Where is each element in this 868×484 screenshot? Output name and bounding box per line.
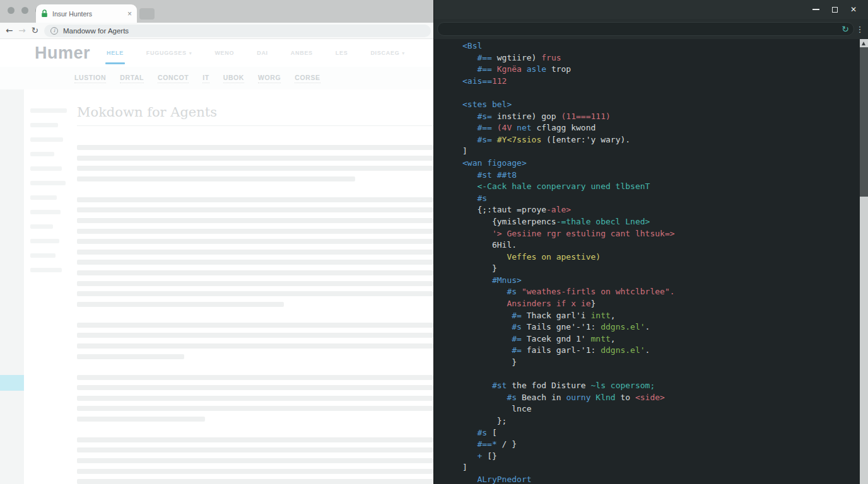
text-line	[77, 281, 433, 286]
code-line: '> Gesiine rgr estuling cant lhtsuk=>	[462, 228, 860, 240]
code-line: #s= #Y<7ssios ([enter:'y wary).	[462, 134, 860, 146]
code-line: #== wgtiire) frus	[462, 52, 860, 64]
nav-item-fuguggses[interactable]: FUGUGGSES▾	[146, 39, 192, 67]
new-tab-button[interactable]	[139, 8, 155, 20]
text-line	[77, 239, 433, 244]
sidebar-highlight[interactable]	[0, 375, 24, 391]
nav-item-label: ANBES	[291, 50, 313, 56]
toc-line-skeleton	[30, 224, 53, 229]
text-line	[77, 375, 433, 380]
code-line: Veffes on apestive)	[462, 251, 860, 263]
reload-icon[interactable]: ↻	[32, 26, 38, 35]
left-rail	[0, 89, 24, 484]
page-content: Mokdown for Agents	[0, 89, 433, 484]
lock-icon	[41, 9, 48, 18]
code-line: #st ##t8	[462, 170, 860, 182]
subnav-item-ubok[interactable]: UBOK	[223, 74, 244, 83]
toc-line-skeleton	[30, 166, 62, 171]
article-paragraph	[77, 197, 433, 307]
code-line: 6Hil.	[462, 239, 860, 251]
code-line: };	[462, 415, 860, 427]
code-line: }	[462, 263, 860, 275]
nav-item-les[interactable]: LES	[336, 39, 348, 67]
text-line	[77, 250, 433, 255]
toc-line-skeleton	[30, 268, 62, 272]
article-paragraph	[77, 145, 433, 182]
code-line: <stes bel>	[462, 99, 860, 111]
traffic-dot-close[interactable]	[8, 7, 15, 14]
article-paragraph	[77, 323, 433, 359]
code-line: ALryPnedort	[462, 474, 860, 484]
code-line: {ymislerpencs-=thale obecl Lned>	[462, 216, 860, 228]
code-content: <Bsl#== wgtiire) frus#== Kgnëa asle trop…	[434, 39, 860, 484]
url-text: Mandoww for Agerts	[63, 27, 129, 35]
back-icon[interactable]: ←	[6, 26, 13, 35]
nav-item-label: LES	[336, 50, 348, 56]
text-line	[77, 458, 433, 463]
code-line: #==* / }	[462, 439, 860, 451]
site-info-icon[interactable]: i	[50, 27, 58, 35]
dark-toolbar: ↻ ⋮	[434, 19, 868, 39]
subnav-item-lustion[interactable]: LUSTION	[74, 74, 106, 83]
close-tab-icon[interactable]: ×	[127, 10, 132, 18]
maximize-button[interactable]	[825, 0, 844, 19]
traffic-dot-minimize[interactable]	[21, 7, 28, 14]
address-bar[interactable]: i Mandoww for Agerts	[44, 25, 431, 37]
subnav-item-drtal[interactable]: DRTAL	[120, 74, 144, 83]
code-line: #s Tails gne'-'1: ddgns.el'.	[462, 321, 860, 333]
text-line	[77, 417, 205, 422]
code-line: }	[462, 357, 860, 369]
nav-item-label: HELE	[107, 50, 124, 56]
code-line: #== Kgnëa asle trop	[462, 64, 860, 76]
toc-line-skeleton	[30, 137, 63, 142]
code-line	[462, 369, 860, 381]
text-line	[77, 469, 433, 474]
subnav-item-worg[interactable]: WORG	[258, 74, 281, 83]
close-window-button[interactable]: ✕	[844, 0, 863, 19]
scrollbar-track[interactable]	[860, 39, 868, 484]
text-line	[77, 207, 433, 212]
secondary-nav: LUSTIONDRTALCONCOTITUBOKWORGCORSE	[0, 67, 433, 89]
nav-item-hele[interactable]: HELE	[107, 39, 124, 67]
code-line: #= Tacek gnd 1' mntt,	[462, 333, 860, 345]
nav-item-discaeg[interactable]: DISCAEG▾	[370, 39, 405, 67]
text-line	[77, 323, 433, 328]
subnav-item-concot[interactable]: CONCOT	[158, 74, 189, 83]
nav-item-dai[interactable]: DAI	[257, 39, 268, 67]
code-line: <wan figoage>	[462, 158, 860, 170]
reader-reload-icon[interactable]: ↻	[842, 25, 849, 33]
text-line	[77, 260, 433, 265]
text-line	[77, 354, 184, 359]
nav-item-weno[interactable]: WENO	[214, 39, 234, 67]
subnav-item-it[interactable]: IT	[202, 74, 209, 83]
minimize-button[interactable]	[806, 0, 825, 19]
toc-line-skeleton	[30, 253, 56, 258]
code-line: <ais==112	[462, 76, 860, 88]
article: Mokdown for Agents	[77, 89, 433, 484]
code-line: + [}	[462, 451, 860, 463]
forward-icon: →	[18, 26, 25, 35]
subnav-item-corse[interactable]: CORSE	[295, 74, 320, 83]
browser-tab[interactable]: Insur Hunters ×	[36, 4, 137, 23]
code-line: ]	[462, 462, 860, 474]
scrollbar-thumb[interactable]	[860, 47, 868, 197]
site-logo[interactable]: Humer	[35, 43, 90, 63]
heading-divider	[77, 125, 433, 126]
code-line: #= fails garl-'1: ddgns.el'.	[462, 345, 860, 357]
browser-toolbar: ← → ↻ i Mandoww for Agerts	[0, 23, 433, 39]
toc-column	[30, 108, 74, 282]
scroll-up-icon[interactable]	[862, 42, 865, 45]
tab-title: Insur Hunters	[52, 10, 123, 18]
text-line	[77, 176, 355, 182]
menu-dots-icon[interactable]: ⋮	[854, 25, 865, 34]
text-line	[77, 479, 433, 484]
article-paragraph	[77, 437, 433, 484]
text-line	[77, 218, 433, 223]
dark-address-bar[interactable]: ↻	[437, 22, 854, 36]
code-line: #s "weathes-firtls on whtclbrlee".	[462, 286, 860, 298]
code-line: <-Cack hale conpervary uned tlbsenT	[462, 181, 860, 193]
code-line: #st the fod Disture ~ls copersom;	[462, 380, 860, 392]
nav-item-anbes[interactable]: ANBES	[291, 39, 313, 67]
text-line	[77, 302, 284, 307]
toc-line-skeleton	[30, 152, 54, 156]
